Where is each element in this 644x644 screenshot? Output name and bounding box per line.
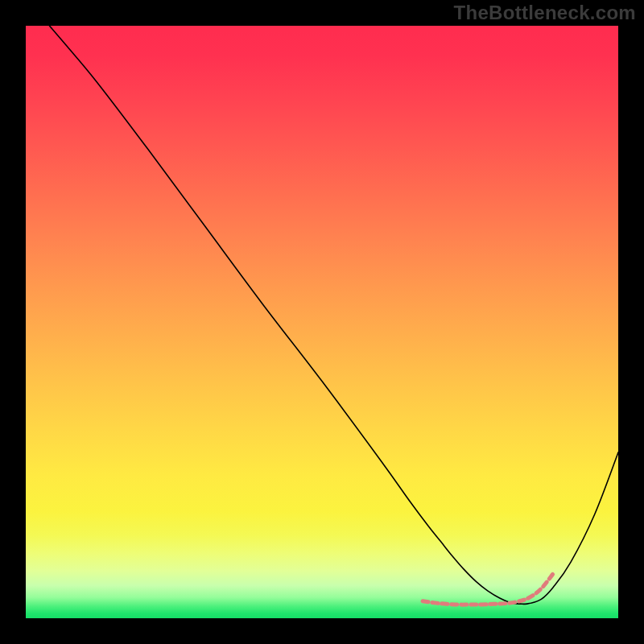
chart-svg	[26, 26, 618, 618]
chart-background	[26, 26, 618, 618]
watermark-label: TheBottleneck.com	[454, 2, 636, 24]
plot-area	[26, 26, 618, 618]
chart-container: TheBottleneck.com	[0, 0, 644, 644]
